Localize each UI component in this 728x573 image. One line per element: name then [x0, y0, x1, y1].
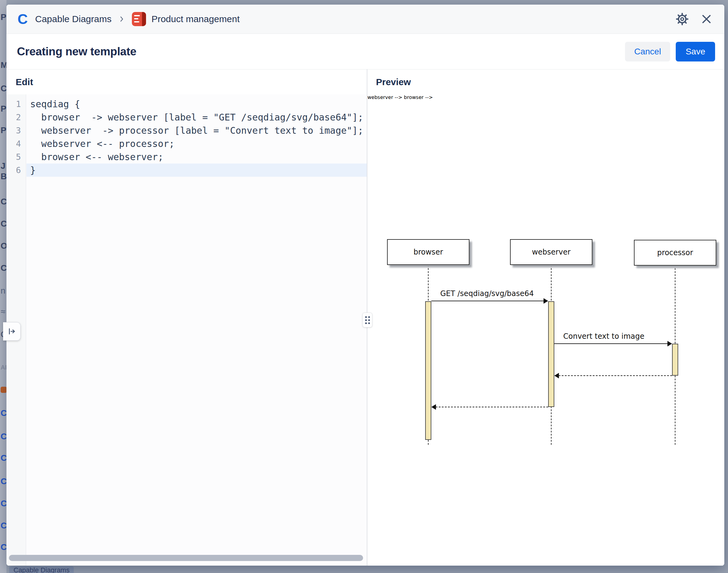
- return-line-dashed: [559, 375, 672, 376]
- underlay-text-fragment: AP: [1, 364, 6, 371]
- close-icon: [700, 13, 713, 25]
- actor-label: webserver: [532, 248, 571, 256]
- line-number: 5: [6, 150, 26, 163]
- arrowhead-left-icon: [554, 373, 559, 378]
- gear-icon: [676, 13, 689, 25]
- underlay-text-fragment: C: [1, 408, 6, 418]
- underlay-text-fragment: C: [1, 431, 6, 441]
- code-lines: seqdiag { browser -> webserver [label = …: [27, 94, 367, 566]
- close-button[interactable]: [699, 12, 714, 27]
- underlay-icon-tile: [1, 387, 6, 393]
- underlay-text-fragment: P: [1, 12, 6, 22]
- modal-titlebar: Creating new template Cancel Save: [6, 34, 724, 69]
- actor-box-browser: browser: [387, 239, 469, 265]
- underlay-text-fragment: M: [1, 60, 6, 70]
- actor-box-processor: processor: [634, 240, 716, 266]
- breadcrumb-page-name[interactable]: Product management: [152, 14, 240, 24]
- return-line-dashed: [436, 407, 548, 407]
- message-label: GET /seqdiag/svg/base64: [440, 289, 534, 298]
- template-editor-modal: C Capable Diagrams Product management: [6, 5, 724, 566]
- underlay-text-fragment: J: [1, 161, 5, 171]
- message-label: Convert text to image: [563, 332, 644, 341]
- message-line-solid: [554, 344, 668, 344]
- page-icon: [132, 12, 146, 26]
- breadcrumb-chevron-icon: [118, 15, 126, 23]
- underlay-sidebar-item: Capable Diagrams: [9, 566, 74, 573]
- panel-headers: Edit Preview: [6, 69, 724, 95]
- line-number: 6: [6, 163, 26, 177]
- underlay-text-fragment: C: [1, 542, 6, 552]
- code-editor[interactable]: 123456 seqdiag { browser -> webserver [l…: [6, 94, 367, 566]
- arrowhead-right-icon: [667, 341, 672, 347]
- panel-resize-handle[interactable]: [362, 313, 372, 327]
- underlay-text-fragment: B: [1, 171, 6, 181]
- underlay-text-fragment: C: [1, 453, 6, 463]
- preview-panel: GET /seqdiag/svg/base64 Convert text to …: [367, 94, 724, 566]
- preview-panel-title: Preview: [376, 69, 411, 94]
- underlay-text-fragment: C: [1, 197, 6, 207]
- underlay-text-fragment: P: [1, 104, 6, 114]
- app-logo: C: [17, 12, 28, 26]
- drag-dots-icon: [365, 316, 370, 324]
- underlay-text-fragment: C: [1, 476, 6, 486]
- message-line-solid: [431, 301, 544, 301]
- underlay-text-fragment: C: [1, 84, 6, 94]
- code-line: browser -> webserver [label = "GET /seqd…: [30, 111, 367, 124]
- underlay-text-fragment: ≈: [1, 307, 5, 317]
- actor-label: browser: [414, 248, 443, 256]
- underlay-text-fragment: P: [1, 125, 6, 135]
- code-line: webserver -> processor [label = "Convert…: [30, 124, 367, 137]
- code-line: webserver <-- processor;: [30, 137, 367, 150]
- underlay-text-fragment: C: [1, 263, 6, 273]
- actor-label: processor: [657, 248, 693, 257]
- code-line: }: [27, 163, 367, 177]
- underlay-sidebar-item-label: Capable Diagrams: [13, 566, 69, 573]
- underlay-text-fragment: O: [1, 241, 6, 251]
- underlay-text-fragment: C: [1, 521, 6, 531]
- underlay-text-fragment: C: [1, 499, 6, 509]
- line-number: 2: [6, 111, 26, 124]
- sidebar-expand-button[interactable]: [3, 322, 20, 341]
- underlay-text-fragment: C: [1, 219, 6, 229]
- cancel-button[interactable]: Cancel: [625, 42, 670, 61]
- line-number: 1: [6, 97, 26, 111]
- line-number: 3: [6, 124, 26, 137]
- underlay-left-strip: PMCPPJBCCOCn≈CAPCCCCCCC: [0, 0, 6, 573]
- settings-button[interactable]: [675, 11, 690, 27]
- arrowhead-left-icon: [431, 404, 436, 410]
- line-number: 4: [6, 137, 26, 150]
- edit-panel-title: Edit: [16, 69, 33, 94]
- code-line: browser <-- webserver;: [30, 150, 367, 163]
- code-line: seqdiag {: [30, 97, 367, 111]
- actor-box-webserver: webserver: [510, 239, 592, 265]
- activation-bar-browser: [425, 301, 431, 440]
- modal-topbar: C Capable Diagrams Product management: [6, 5, 724, 34]
- underlay-text-fragment: n: [1, 286, 5, 296]
- arrowhead-right-icon: [543, 298, 548, 304]
- editor-horizontal-scrollbar[interactable]: [9, 555, 363, 561]
- save-button[interactable]: Save: [676, 42, 715, 61]
- page-title: Creating new template: [17, 45, 625, 58]
- activation-bar-webserver: [548, 301, 554, 407]
- activation-bar-processor: [672, 344, 678, 376]
- expand-sidebar-icon: [7, 327, 16, 336]
- breadcrumb-app-name[interactable]: Capable Diagrams: [35, 14, 111, 24]
